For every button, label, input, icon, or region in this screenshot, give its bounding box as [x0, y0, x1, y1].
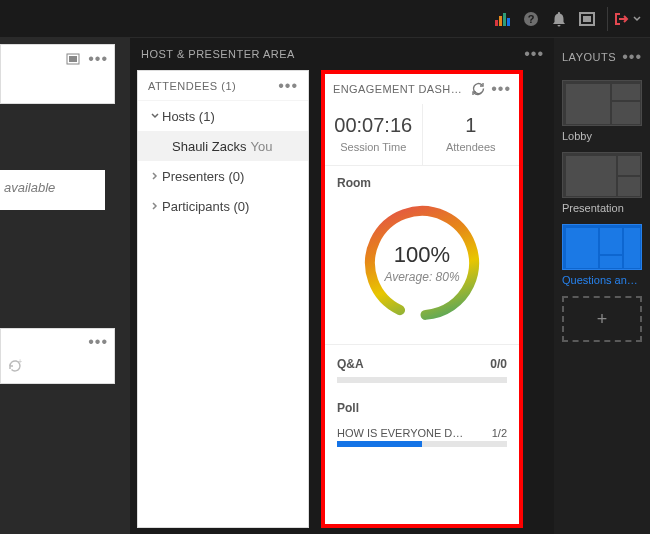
room-percent: 100%: [394, 242, 450, 268]
poll-label: Poll: [337, 401, 359, 415]
group-hosts[interactable]: Hosts (1): [138, 101, 308, 131]
attendee-row[interactable]: Shauli Zacks You: [138, 131, 308, 161]
svg-rect-1: [499, 16, 502, 26]
svg-text:?: ?: [528, 13, 535, 25]
maximize-icon[interactable]: [66, 53, 80, 65]
poll-bar: [337, 441, 507, 447]
svg-rect-9: [69, 56, 77, 62]
qa-value: 0/0: [490, 357, 507, 371]
poll-question: HOW IS EVERYONE DOING ...: [337, 427, 467, 439]
status-bars-icon[interactable]: [489, 5, 517, 33]
svg-text:+: +: [18, 359, 22, 365]
chevron-right-icon: [148, 201, 162, 211]
kpi-attendees: 1 Attendees: [422, 104, 520, 165]
refresh-icon[interactable]: [471, 82, 485, 96]
engagement-menu-icon[interactable]: •••: [491, 81, 511, 97]
left-truncated-column: ••• available ••• +: [0, 38, 131, 534]
poll-row: Poll: [325, 389, 519, 421]
you-badge: You: [250, 139, 272, 154]
main-area: ••• available ••• + HOST & PRESENTER ARE…: [0, 38, 650, 534]
toolbar-divider: [607, 7, 608, 31]
area-menu-icon[interactable]: •••: [524, 46, 544, 62]
group-label: Hosts (1): [162, 109, 215, 124]
exit-button[interactable]: [614, 5, 642, 33]
layouts-sidebar: LAYOUTS ••• Lobby Presentation: [554, 38, 650, 534]
host-presenter-area: HOST & PRESENTER AREA ••• ATTENDEES (1) …: [131, 38, 554, 534]
left-card-bottom: ••• +: [0, 328, 115, 384]
layout-questions[interactable]: Questions and...: [562, 224, 642, 286]
attendees-panel: ATTENDEES (1) ••• Hosts (1) Shauli Zacks…: [137, 70, 309, 528]
layout-add[interactable]: +: [562, 296, 642, 342]
left-card-top: •••: [0, 44, 115, 104]
engagement-title: ENGAGEMENT DASHBO...: [333, 83, 465, 95]
fullscreen-icon[interactable]: [573, 5, 601, 33]
bell-icon[interactable]: [545, 5, 573, 33]
kpi-row: 00:07:16 Session Time 1 Attendees: [325, 104, 519, 166]
group-participants[interactable]: Participants (0): [138, 191, 308, 221]
group-presenters[interactable]: Presenters (0): [138, 161, 308, 191]
plus-icon: +: [562, 296, 642, 342]
layout-lobby[interactable]: Lobby: [562, 80, 642, 142]
room-label: Room: [325, 166, 519, 190]
layout-label: Questions and...: [562, 274, 642, 286]
layout-label: Presentation: [562, 202, 642, 214]
poll-value: 1/2: [492, 427, 507, 439]
card-menu-icon[interactable]: •••: [88, 334, 108, 350]
qa-row: Q&A 0/0: [325, 345, 519, 377]
poll-bar-fill: [337, 441, 422, 447]
card-menu-icon[interactable]: •••: [88, 51, 108, 67]
svg-rect-3: [507, 18, 510, 26]
svg-rect-0: [495, 20, 498, 26]
replay-icon[interactable]: +: [7, 359, 108, 373]
layout-label: Lobby: [562, 130, 642, 142]
area-title: HOST & PRESENTER AREA: [141, 48, 295, 60]
group-label: Participants (0): [162, 199, 249, 214]
attendee-name: Shauli Zacks: [172, 139, 246, 154]
attendees-title: ATTENDEES (1): [148, 80, 236, 92]
chevron-right-icon: [148, 171, 162, 181]
engagement-dashboard: ENGAGEMENT DASHBO... ••• 00:07:16 Sessio…: [321, 70, 523, 528]
room-gauge: 100% Average: 80%: [325, 190, 519, 345]
attendees-value: 1: [427, 114, 516, 137]
layout-presentation[interactable]: Presentation: [562, 152, 642, 214]
layouts-menu-icon[interactable]: •••: [622, 49, 642, 65]
layouts-title: LAYOUTS: [562, 51, 616, 63]
kpi-session-time: 00:07:16 Session Time: [325, 104, 422, 165]
help-icon[interactable]: ?: [517, 5, 545, 33]
qa-label: Q&A: [337, 357, 364, 371]
session-time-value: 00:07:16: [329, 114, 418, 137]
left-available-text: available: [0, 170, 105, 210]
top-toolbar: ?: [0, 0, 650, 38]
svg-rect-7: [583, 16, 591, 22]
chevron-down-icon: [148, 111, 162, 121]
attendees-menu-icon[interactable]: •••: [278, 78, 298, 94]
room-average: Average: 80%: [384, 270, 459, 284]
svg-rect-2: [503, 13, 506, 26]
group-label: Presenters (0): [162, 169, 244, 184]
session-time-label: Session Time: [329, 141, 418, 153]
attendees-label: Attendees: [427, 141, 516, 153]
poll-question-row: HOW IS EVERYONE DOING ... 1/2: [325, 421, 519, 441]
qa-bar: [337, 377, 507, 383]
